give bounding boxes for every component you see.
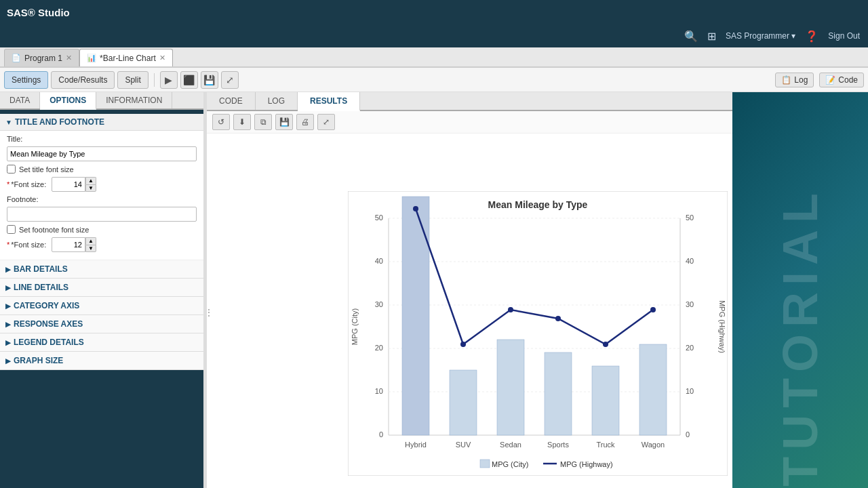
settings-button[interactable]: Settings [4, 71, 48, 89]
graph-size-section[interactable]: ▶ GRAPH SIZE [0, 352, 203, 370]
subtabs: DATA OPTIONS INFORMATION [0, 92, 203, 110]
header-bar: SAS® Studio 🔍 ⊞ SAS Programmer ▾ ❓ Sign … [0, 0, 868, 47]
main-toolbar: Settings Code/Results Split ▶ ⬛ 💾 ⤢ 📋 Lo… [0, 68, 868, 92]
footnote-label: Footnote: [7, 195, 47, 203]
chart-refresh-button[interactable]: ↺ [212, 114, 230, 130]
nav-row: 🔍 ⊞ SAS Programmer ▾ ❓ Sign Out [0, 24, 868, 47]
svg-text:50: 50 [374, 214, 382, 222]
main-wrapper: DATA OPTIONS INFORMATION ▼ TITLE AND FOO… [0, 92, 868, 488]
footnote-input[interactable] [7, 207, 197, 222]
response-axes-section[interactable]: ▶ RESPONSE AXES [0, 315, 203, 333]
help-icon[interactable]: ❓ [805, 30, 818, 43]
title-font-size-row: *Font size: ▲ ▼ [7, 177, 197, 192]
title-label: Title: [7, 135, 47, 143]
chart-copy-button[interactable]: ⧉ [254, 114, 272, 130]
title-font-size-input[interactable] [52, 177, 85, 192]
title-input[interactable] [7, 146, 197, 161]
chart-save-button[interactable]: 💾 [275, 114, 293, 130]
tab-results[interactable]: RESULTS [298, 92, 360, 111]
title-footnote-section-header[interactable]: ▼ TITLE AND FOOTNOTE [0, 114, 203, 131]
tab-close-bar-line-chart[interactable]: ✕ [159, 54, 165, 62]
point-sedan [508, 307, 513, 312]
bar-wagon [639, 344, 667, 435]
svg-text:20: 20 [374, 344, 382, 352]
subtab-information[interactable]: INFORMATION [96, 92, 172, 108]
set-footnote-font-size-row: Set footnote font size [7, 225, 197, 234]
sas-programmer-menu[interactable]: SAS Programmer ▾ [726, 31, 795, 41]
title-font-size-label: *Font size: [7, 180, 47, 188]
xlabel-sedan: Sedan [500, 441, 521, 449]
top-row: SAS® Studio [0, 0, 868, 24]
point-truck [603, 342, 608, 347]
stop-button[interactable]: ⬛ [180, 71, 198, 89]
bar-sedan [497, 340, 524, 435]
point-wagon [650, 307, 656, 312]
resize-handle[interactable]: ⋮ [203, 92, 207, 488]
footnote-font-size-label: *Font size: [7, 241, 47, 249]
footnote-input-row [7, 207, 197, 222]
tab-bar-line-chart[interactable]: 📊 *Bar-Line Chart ✕ [79, 49, 173, 66]
svg-text:30: 30 [374, 300, 382, 308]
chart-svg: Mean Mileage by Type 0 10 20 30 40 50 [348, 191, 728, 476]
tab-program1[interactable]: 📄 Program 1 ✕ [4, 49, 79, 66]
tab-close-program1[interactable]: ✕ [66, 54, 72, 62]
settings-content: ▼ TITLE AND FOOTNOTE Title: Set title fo… [0, 110, 203, 488]
subtab-options[interactable]: OPTIONS [40, 92, 96, 110]
point-sports [555, 316, 561, 321]
code-button[interactable]: 📝 Code [819, 73, 864, 87]
svg-text:0: 0 [378, 430, 382, 439]
title-row: Title: [7, 135, 197, 143]
xlabel-sports: Sports [547, 441, 569, 449]
left-panel: DATA OPTIONS INFORMATION ▼ TITLE AND FOO… [0, 92, 203, 488]
tab-log[interactable]: LOG [256, 92, 298, 110]
toolbar-separator [154, 73, 155, 87]
app-title: SAS® Studio [7, 7, 70, 18]
chart-expand-button[interactable]: ⤢ [317, 114, 335, 130]
bar-hybrid [402, 197, 429, 435]
footnote-font-size-input[interactable] [52, 237, 85, 252]
chart-title: Mean Mileage by Type [488, 199, 587, 210]
search-icon[interactable]: 🔍 [684, 30, 698, 43]
split-button[interactable]: Split [117, 71, 148, 89]
chart-download-button[interactable]: ⬇ [233, 114, 251, 130]
set-title-font-size-label: Set title font size [19, 165, 74, 174]
sign-out-button[interactable]: Sign Out [828, 31, 860, 41]
svg-text:10: 10 [374, 387, 382, 395]
expand-button[interactable]: ⤢ [221, 71, 239, 89]
set-title-font-size-row: Set title font size [7, 165, 197, 174]
footnote-font-size-up[interactable]: ▲ [85, 237, 96, 245]
log-icon: 📋 [781, 75, 791, 85]
line-details-section[interactable]: ▶ LINE DETAILS [0, 279, 203, 297]
title-font-size-down[interactable]: ▼ [85, 184, 96, 192]
legend-details-section[interactable]: ▶ LEGEND DETAILS [0, 333, 203, 352]
xlabel-hybrid: Hybrid [405, 441, 427, 449]
run-button[interactable]: ▶ [160, 71, 178, 89]
footnote-font-size-down[interactable]: ▼ [85, 245, 96, 252]
tutorial-text: TUTORIAL [772, 186, 828, 487]
title-font-size-spinner-buttons: ▲ ▼ [85, 177, 96, 192]
bar-sports [545, 352, 572, 435]
grid-icon[interactable]: ⊞ [707, 30, 716, 43]
save-button[interactable]: 💾 [201, 71, 218, 89]
set-footnote-font-size-checkbox[interactable] [7, 225, 16, 234]
category-axis-section[interactable]: ▶ CATEGORY AXIS [0, 297, 203, 315]
subtab-data[interactable]: DATA [0, 92, 40, 108]
title-font-size-spinner: ▲ ▼ [52, 177, 96, 192]
footnote-font-size-spinner-buttons: ▲ ▼ [85, 237, 96, 252]
title-font-size-up[interactable]: ▲ [85, 177, 96, 184]
decorative-sidebar: TUTORIAL sas ◈ [732, 92, 868, 488]
bar-details-section[interactable]: ▶ BAR DETAILS [0, 260, 203, 279]
xlabel-suv: SUV [455, 441, 471, 449]
point-hybrid [413, 206, 418, 211]
footnote-font-size-row: *Font size: ▲ ▼ [7, 237, 197, 252]
svg-text:50: 50 [686, 214, 694, 222]
legend-line-label: MPG (Highway) [560, 460, 613, 468]
log-button[interactable]: 📋 Log [775, 73, 814, 87]
code-results-button[interactable]: Code/Results [51, 71, 115, 89]
chart-print-button[interactable]: 🖨 [296, 114, 314, 130]
y-right-label: MPG (Highway) [718, 300, 726, 353]
set-footnote-font-size-label: Set footnote font size [19, 226, 89, 234]
toolbar-right: 📋 Log 📝 Code [775, 73, 864, 87]
set-title-font-size-checkbox[interactable] [7, 165, 16, 174]
tab-code[interactable]: CODE [207, 92, 256, 110]
